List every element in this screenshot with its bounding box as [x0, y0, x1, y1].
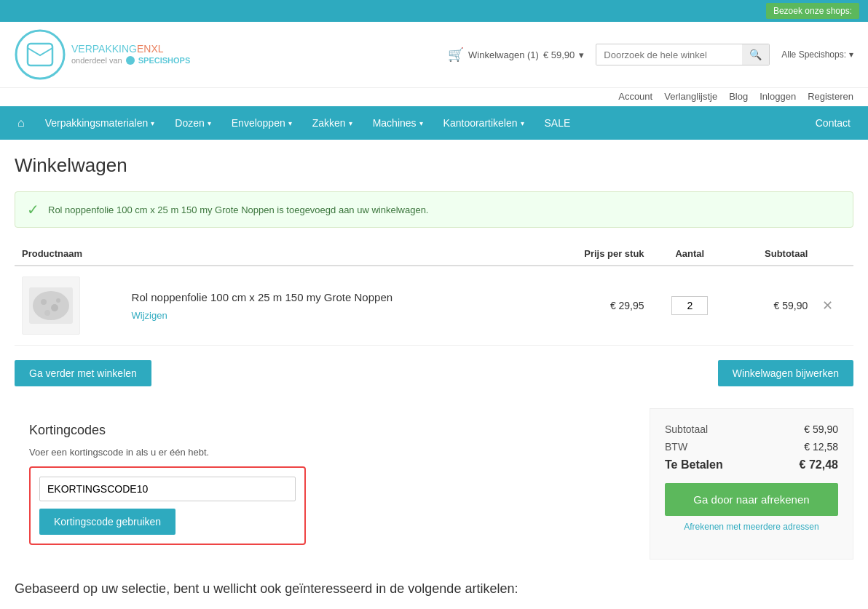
all-shops-dropdown[interactable]: Alle Specishops: ▾: [781, 49, 853, 60]
product-price: € 29,95: [539, 266, 651, 346]
search-area: 🔍: [596, 44, 770, 65]
logo-sub: onderdeel van SPECISHOPS: [71, 55, 190, 65]
alert-message: Rol noppenfolie 100 cm x 25 m 150 my Gro…: [48, 204, 428, 215]
all-shops-label: Alle Specishops:: [781, 49, 846, 60]
top-bar: Bezoek onze shops:: [0, 0, 868, 22]
product-image: [22, 276, 80, 335]
nav-machines[interactable]: Machines ▾: [363, 107, 433, 139]
cart-price: € 59,90: [543, 49, 575, 60]
nav-zakken-label: Zakken: [312, 117, 346, 129]
subtotal-value: € 59,90: [804, 423, 838, 435]
search-input[interactable]: [596, 45, 742, 65]
product-image-cell: [15, 266, 125, 346]
multi-address-link[interactable]: Afrekenen met meerdere adressen: [665, 522, 838, 532]
nav-kantoorartikelen-label: Kantoorartikelen: [443, 117, 518, 129]
nav-contact-label: Contact: [816, 117, 851, 129]
cart-table: Productnaam Prijs per stuk Aantal Subtot…: [15, 242, 853, 346]
nav-login[interactable]: Inloggen: [760, 91, 796, 102]
table-row: Rol noppenfolie 100 cm x 25 m 150 my Gro…: [15, 266, 853, 346]
summary-total-row: Te Betalen € 72,48: [665, 458, 838, 471]
nav-wishlist[interactable]: Verlanglijstje: [664, 91, 717, 102]
nav-enveloppen-label: Enveloppen: [232, 117, 285, 129]
home-icon: ⌂: [17, 116, 25, 130]
product-subtotal: € 59,90: [728, 266, 815, 346]
logo-enxl: ENXL: [137, 43, 164, 55]
logo-brand: VERPAKKINGENXL: [71, 44, 190, 55]
all-shops-arrow-icon: ▾: [849, 49, 853, 60]
svg-point-7: [44, 310, 50, 316]
suggested-title: Gebaseerd op uw selectie, bent u wellich…: [15, 581, 853, 597]
btw-label: BTW: [665, 441, 687, 453]
total-value: € 72,48: [800, 458, 838, 471]
header-nav: Account Verlanglijstje Blog Inloggen Reg…: [0, 88, 868, 106]
product-name: Rol noppenfolie 100 cm x 25 m 150 my Gro…: [132, 291, 532, 303]
page-content: Winkelwagen ✓ Rol noppenfolie 100 cm x 2…: [0, 140, 868, 609]
col-qty: Aantal: [652, 242, 728, 266]
nav-sale[interactable]: SALE: [534, 107, 581, 139]
svg-point-4: [33, 291, 69, 320]
nav-enveloppen[interactable]: Enveloppen ▾: [221, 107, 302, 139]
col-product: Productnaam: [15, 242, 539, 266]
update-cart-button[interactable]: Winkelwagen bijwerken: [718, 360, 853, 386]
check-icon: ✓: [27, 201, 39, 218]
logo-icon: [15, 29, 66, 80]
coupon-description: Voer een kortingscode in als u er één he…: [29, 447, 620, 458]
nav-dozen[interactable]: Dozen ▾: [165, 107, 221, 139]
visit-shops-button[interactable]: Bezoek onze shops:: [766, 3, 859, 19]
nav-verpakkingsmaterialen-label: Verpakkingsmaterialen: [45, 117, 149, 129]
dropdown-arrow-icon: ▾: [288, 119, 292, 127]
coupon-title: Kortingcodes: [29, 423, 620, 438]
nav-machines-label: Machines: [373, 117, 417, 129]
logo-specishops: SPECISHOPS: [138, 56, 191, 65]
svg-point-8: [56, 298, 60, 303]
nav-contact[interactable]: Contact: [805, 107, 861, 139]
apply-coupon-button[interactable]: Kortingscode gebruiken: [39, 509, 175, 535]
order-summary: Subtotaal € 59,90 BTW € 12,58 Te Betalen…: [650, 408, 853, 560]
dropdown-arrow-icon: ▾: [419, 119, 423, 127]
cart-button[interactable]: 🛒 Winkelwagen (1) € 59,90 ▾: [448, 47, 584, 63]
main-nav: ⌂ Verpakkingsmaterialen ▾ Dozen ▾ Envelo…: [0, 106, 868, 140]
svg-point-6: [51, 304, 58, 311]
col-subtotal: Subtotaal: [728, 242, 815, 266]
header: VERPAKKINGENXL onderdeel van SPECISHOPS …: [0, 22, 868, 88]
product-image-svg: [25, 280, 76, 331]
cart-label: Winkelwagen (1): [468, 49, 539, 60]
nav-verpakkingsmaterialen[interactable]: Verpakkingsmaterialen ▾: [35, 107, 165, 139]
coupon-section: Kortingcodes Voer een kortingscode in al…: [15, 408, 635, 560]
specishops-icon: [125, 55, 135, 65]
nav-register[interactable]: Registeren: [808, 91, 853, 102]
page-title: Winkelwagen: [15, 154, 853, 177]
svg-point-2: [126, 56, 135, 65]
nav-account[interactable]: Account: [618, 91, 652, 102]
coupon-box: Kortingscode gebruiken: [29, 466, 306, 545]
remove-item-button[interactable]: ✕: [822, 298, 833, 314]
dropdown-arrow-icon: ▾: [521, 119, 524, 127]
coupon-input[interactable]: [39, 477, 296, 501]
dropdown-arrow-icon: ▾: [208, 119, 211, 127]
cart-icon: 🛒: [448, 47, 464, 63]
total-label: Te Betalen: [665, 458, 723, 471]
wijzigen-link[interactable]: Wijzigen: [132, 310, 167, 321]
nav-blog[interactable]: Blog: [729, 91, 748, 102]
logo[interactable]: VERPAKKINGENXL onderdeel van SPECISHOPS: [15, 29, 190, 80]
summary-btw-row: BTW € 12,58: [665, 441, 838, 453]
subtotal-label: Subtotaal: [665, 423, 708, 435]
nav-zakken[interactable]: Zakken ▾: [302, 107, 363, 139]
success-alert: ✓ Rol noppenfolie 100 cm x 25 m 150 my G…: [15, 191, 853, 228]
dropdown-arrow-icon: ▾: [349, 119, 352, 127]
continue-shopping-button[interactable]: Ga verder met winkelen: [15, 360, 151, 386]
quantity-input[interactable]: [671, 296, 708, 315]
nav-kantoorartikelen[interactable]: Kantoorartikelen ▾: [433, 107, 534, 139]
cart-dropdown-icon: ▾: [579, 49, 584, 60]
col-price: Prijs per stuk: [539, 242, 651, 266]
product-name-cell: Rol noppenfolie 100 cm x 25 m 150 my Gro…: [125, 266, 540, 346]
nav-dozen-label: Dozen: [175, 117, 204, 129]
bottom-section: Kortingcodes Voer een kortingscode in al…: [15, 408, 853, 560]
checkout-button[interactable]: Ga door naar afrekenen: [665, 483, 838, 516]
cart-actions: Ga verder met winkelen Winkelwagen bijwe…: [15, 360, 853, 386]
search-button[interactable]: 🔍: [742, 44, 769, 65]
dropdown-arrow-icon: ▾: [151, 119, 154, 127]
logo-text: VERPAKKINGENXL onderdeel van SPECISHOPS: [71, 44, 190, 65]
nav-home[interactable]: ⌂: [7, 106, 35, 140]
svg-point-5: [41, 299, 47, 305]
